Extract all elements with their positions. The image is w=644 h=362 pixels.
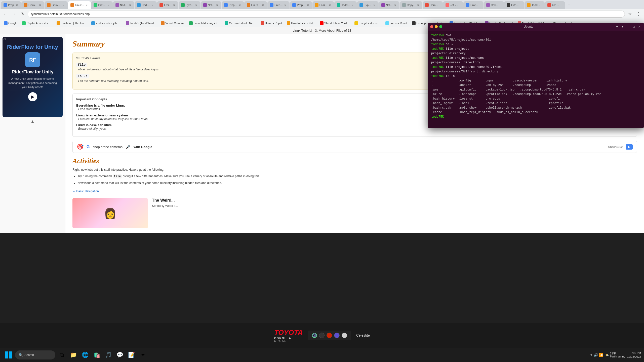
tab-prep3[interactable]: Prep... ✕ <box>267 1 290 9</box>
color-red-dot[interactable] <box>327 333 332 338</box>
tab-prep4[interactable]: Prep... ✕ <box>290 1 312 9</box>
tab-gith[interactable]: Gith... <box>504 1 524 9</box>
bookmark-seattle[interactable]: seattle-code-pytho... <box>89 21 123 25</box>
taskbar-icon-discord[interactable]: 💬 <box>114 349 125 360</box>
tab-close[interactable]: ✕ <box>194 3 198 7</box>
tab-colli[interactable]: Colli... <box>484 1 504 9</box>
bookmark-filter[interactable]: How to Filter Odd... <box>285 21 317 25</box>
color-black-dot[interactable] <box>319 333 325 338</box>
volume-icon[interactable]: 🔊 <box>594 353 598 357</box>
tab-close[interactable]: ✕ <box>38 3 42 7</box>
tab-close[interactable]: ✕ <box>128 3 132 7</box>
tab-close[interactable]: ✕ <box>261 3 265 7</box>
bookmark-nie[interactable]: Get started with Nie... <box>223 21 258 25</box>
tab-ned[interactable]: Ned... ✕ <box>113 1 134 9</box>
taskbar-search-box[interactable]: 🔍 Search <box>15 350 55 359</box>
terminal-fullscreen-button[interactable]: □ <box>631 24 636 29</box>
address-bar[interactable]: ryanstutorials.net/linuxtutorial/aboutfi… <box>28 11 625 18</box>
tab-close[interactable]: ✕ <box>306 3 310 7</box>
taskbar-icon-edge[interactable]: 🌐 <box>79 349 91 360</box>
tab-pret[interactable]: Pret... ✕ <box>91 1 112 9</box>
taskbar-icon-code[interactable]: 📝 <box>126 349 137 360</box>
tab-close[interactable]: ✕ <box>85 3 88 7</box>
tab-prof[interactable]: Prof... <box>463 1 484 9</box>
taskbar-icon-extra[interactable]: ✦ <box>137 349 148 360</box>
settings-button[interactable]: ⋮ <box>635 11 642 18</box>
tab-linux5[interactable]: Linux... ✕ <box>244 1 267 9</box>
network-icon[interactable]: ⬆ <box>590 353 593 357</box>
tab-close[interactable]: ✕ <box>351 3 354 7</box>
tab-copy[interactable]: Copy... ✕ <box>400 1 422 9</box>
taskbar-icon-task-view[interactable]: ⧉ <box>56 349 67 360</box>
tab-prep1[interactable]: Prep ✕ <box>1 1 21 9</box>
taskbar-clock[interactable]: 5:06 PM 12/18/2022 <box>627 351 641 359</box>
tab-close[interactable]: ✕ <box>393 3 397 7</box>
terminal-min-button[interactable]: ─ <box>626 24 630 29</box>
bookmark-google[interactable]: Google <box>2 21 19 25</box>
taskbar-icon-music[interactable]: 🎵 <box>103 349 114 360</box>
tab-linux4-active[interactable]: Linux... ✕ <box>68 1 91 9</box>
bookmark-capital[interactable]: Capital Access Fin... <box>20 21 54 25</box>
bookmark-todd[interactable]: Todd75 (Todd Wold... <box>124 21 158 25</box>
ad-cta-button[interactable]: ▶ <box>28 92 37 101</box>
tab-eter[interactable]: Eter... ✕ <box>157 1 178 9</box>
tab-codi[interactable]: Codi... ✕ <box>135 1 157 9</box>
terminal-minimize-dot[interactable] <box>435 25 438 28</box>
tab-favicon <box>70 3 74 7</box>
tab-close[interactable]: ✕ <box>215 3 219 7</box>
bookmark-button[interactable]: ☆ <box>626 11 633 18</box>
bookmark-trailhead[interactable]: Trailhead | The fun... <box>55 21 88 25</box>
back-button[interactable]: ← <box>2 11 9 18</box>
tab-close[interactable]: ✕ <box>284 3 287 7</box>
bookmark-virtual[interactable]: Virtual Campus <box>159 21 186 25</box>
terminal-new-tab-button[interactable]: + <box>615 24 619 29</box>
tab-close[interactable]: ✕ <box>151 3 154 7</box>
taskbar-icon-file-explorer[interactable]: 📁 <box>68 349 79 360</box>
tab-close[interactable]: ✕ <box>373 3 376 7</box>
ad-banner-button[interactable]: ▶ <box>626 144 633 150</box>
bookmark-shred[interactable]: Shred Talks - YouT... <box>318 21 351 25</box>
tab-net[interactable]: Net... ✕ <box>201 1 221 9</box>
terminal-maximize-dot[interactable] <box>439 25 442 28</box>
tab-todd2[interactable]: Todd... <box>525 1 545 9</box>
wifi-icon[interactable]: 📶 <box>599 353 603 357</box>
tab-dem[interactable]: Dem... <box>423 1 443 9</box>
ad-collapse-button[interactable]: ▲ <box>3 119 63 124</box>
bookmark-forms-react[interactable]: Forms - React <box>383 21 409 25</box>
bookmark-launch[interactable]: Launch Meeting - Z... <box>187 21 222 25</box>
forward-button[interactable]: → <box>11 11 18 18</box>
bookmark-emoji[interactable]: Emoji Finder se... <box>352 21 382 25</box>
tab-new[interactable]: + <box>565 1 575 9</box>
tab-close[interactable]: ✕ <box>107 3 110 7</box>
video-thumbnail[interactable]: 👩 <box>72 198 148 228</box>
terminal-dropdown-button[interactable]: ▾ <box>620 24 625 29</box>
terminal-window[interactable]: Ubuntu + ▾ ─ □ ✕ todd75% pwd /home/todd7… <box>428 23 644 128</box>
terminal-body[interactable]: todd75% pwd /home/todd75/projects/course… <box>428 31 644 128</box>
tab-lear[interactable]: Lear... ✕ <box>312 1 334 9</box>
tab-close[interactable]: ✕ <box>15 3 19 7</box>
tab-401[interactable]: 401... <box>545 1 565 9</box>
tab-close[interactable]: ✕ <box>238 3 242 7</box>
color-check-icon[interactable]: ✓ <box>312 333 317 338</box>
tab-jetb[interactable]: JetB... <box>443 1 463 9</box>
reload-button[interactable]: ↻ <box>19 11 26 18</box>
bookmark-replit[interactable]: Home - Replit <box>259 21 284 25</box>
color-silver-dot[interactable] <box>342 333 347 338</box>
terminal-close-dot[interactable] <box>430 25 433 28</box>
terminal-close-button[interactable]: ✕ <box>637 24 641 29</box>
tab-close[interactable]: ✕ <box>328 3 332 7</box>
tab-linux3[interactable]: Linux... ✕ <box>45 1 67 9</box>
prev-nav-link[interactable]: ← Basic Navigation <box>72 190 99 193</box>
tab-close[interactable]: ✕ <box>416 3 420 7</box>
tab-close[interactable]: ✕ <box>62 3 65 7</box>
taskbar-icon-store[interactable]: 🛍️ <box>91 349 102 360</box>
tab-close[interactable]: ✕ <box>172 3 176 7</box>
tab-pyth[interactable]: Pyth... ✕ <box>179 1 200 9</box>
tab-linux2[interactable]: Linux... ✕ <box>21 1 44 9</box>
color-purple-dot[interactable] <box>334 333 340 338</box>
tab-todd[interactable]: Todd... ✕ <box>334 1 357 9</box>
tab-typi[interactable]: Typi... ✕ <box>357 1 378 9</box>
tab-net2[interactable]: Net... ✕ <box>379 1 399 9</box>
start-button[interactable] <box>3 349 14 360</box>
tab-prep2[interactable]: Prep... ✕ <box>222 1 244 9</box>
